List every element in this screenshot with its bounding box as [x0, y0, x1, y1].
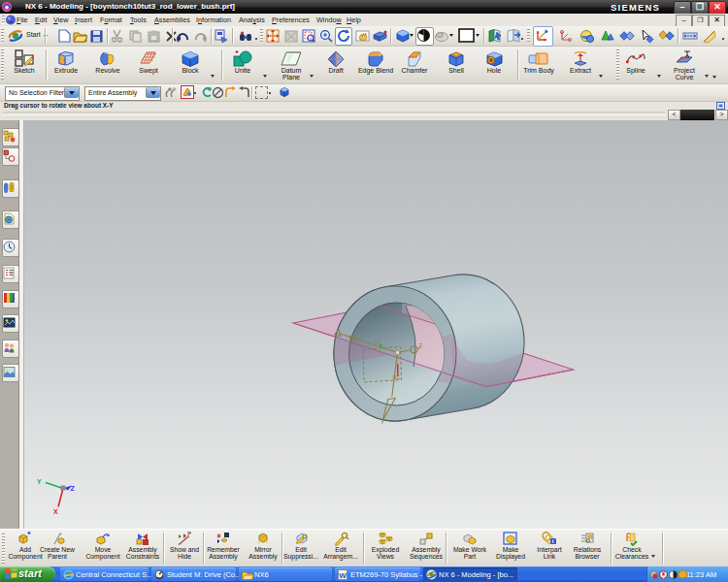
- svg-text:Y: Y: [37, 478, 42, 485]
- svg-text:W: W: [339, 571, 347, 580]
- svg-text:X: X: [53, 508, 58, 515]
- svg-text:Z: Z: [71, 485, 76, 492]
- svg-text:Z: Z: [419, 342, 423, 348]
- svg-text:XC: XC: [393, 374, 402, 380]
